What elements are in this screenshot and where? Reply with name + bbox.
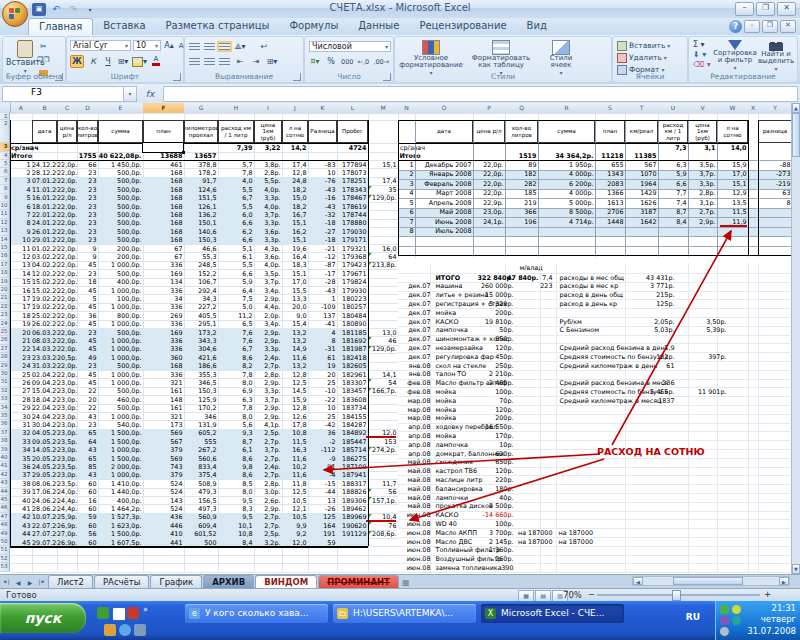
cell-H50[interactable]: 8,4 bbox=[218, 538, 254, 546]
cut-icon[interactable]: ✂ bbox=[37, 41, 50, 52]
cell-L20[interactable]: 179930 bbox=[337, 286, 368, 294]
exp-amount[interactable]: 19 810р. bbox=[440, 317, 515, 326]
row-header-45[interactable]: 45 bbox=[0, 496, 10, 504]
cell-A39[interactable]: 34 bbox=[10, 446, 33, 454]
cell-C7[interactable]: 22,0р. bbox=[57, 177, 77, 185]
cell-I41[interactable]: 2,4р. bbox=[254, 462, 282, 470]
cell-I29[interactable]: 2,7р. bbox=[254, 362, 282, 370]
rcell-V5[interactable]: 2,7р. bbox=[688, 208, 717, 218]
cell-J6[interactable]: 12,8 bbox=[282, 168, 308, 176]
cell-K36[interactable]: -42 bbox=[308, 420, 337, 428]
row-header-5[interactable]: 5 bbox=[0, 160, 10, 168]
cell-I21[interactable]: 2,9р. bbox=[254, 294, 282, 302]
cell-E17[interactable]: 1 000,0р. bbox=[98, 261, 143, 269]
cell-B10[interactable]: 18.01.2008 bbox=[32, 202, 57, 210]
cell-J7[interactable]: 24,8 bbox=[282, 177, 308, 185]
cell-H14[interactable]: 6,6 bbox=[218, 236, 254, 244]
cell-B26[interactable]: 08.03.2008 bbox=[32, 336, 57, 344]
cell-D23[interactable]: 36 bbox=[77, 311, 98, 319]
cell-E43[interactable]: 1 410,0р. bbox=[98, 479, 143, 487]
rcell-R6[interactable]: 4 714р. bbox=[538, 217, 595, 227]
cell-C38[interactable]: 23,5р. bbox=[57, 437, 77, 445]
exp-extra[interactable]: 7,4 bbox=[510, 273, 554, 282]
cell-K41[interactable]: 91 bbox=[308, 462, 337, 470]
cell-F17[interactable]: 336 bbox=[143, 261, 184, 269]
cell-C47[interactable]: 25,9р. bbox=[57, 513, 77, 521]
stat-value2[interactable]: 11 901р. bbox=[680, 387, 728, 396]
cell-K16[interactable]: -12 bbox=[308, 252, 337, 260]
cell-I27[interactable]: 3,3р. bbox=[254, 345, 282, 353]
cell-D44[interactable]: 60 bbox=[77, 488, 98, 496]
cell-H10[interactable]: 5,5 bbox=[218, 202, 254, 210]
cell-F12[interactable]: 168 bbox=[143, 219, 184, 227]
row-header-3[interactable]: 3 bbox=[0, 143, 10, 152]
taskbar-button-3[interactable]: Microsoft Excel - СЧЕ...X bbox=[481, 604, 624, 623]
cell-L28[interactable]: 182418 bbox=[337, 353, 368, 361]
cell-L7[interactable]: 178251 bbox=[337, 177, 368, 185]
right-avg-label[interactable]: ср/знач bbox=[398, 143, 473, 152]
cell-C19[interactable]: 22,0р. bbox=[57, 278, 77, 286]
cell-I25[interactable]: 2,9р. bbox=[254, 328, 282, 336]
cell-M25[interactable]: 13,0 bbox=[368, 328, 398, 336]
cell-B23[interactable]: 25.02.2008 bbox=[32, 311, 57, 319]
accounting-format-icon[interactable]: ¤▾ bbox=[309, 56, 321, 67]
cell-C36[interactable]: 23,0р. bbox=[57, 420, 77, 428]
cell-K20[interactable]: -43 bbox=[308, 286, 337, 294]
cell-K38[interactable]: -2 bbox=[308, 437, 337, 445]
cell-F10[interactable]: 168 bbox=[143, 202, 184, 210]
exp-month[interactable]: июн.08 bbox=[398, 528, 432, 537]
row-header-10[interactable]: 10 bbox=[0, 202, 10, 210]
cell-F9[interactable]: 168 bbox=[143, 194, 184, 202]
right-header-Q[interactable]: кол-во литров bbox=[505, 120, 538, 143]
cell-C24[interactable]: 22,0р. bbox=[57, 320, 77, 328]
cell-C23[interactable]: 22,0р. bbox=[57, 311, 77, 319]
cell-L32[interactable]: 183457 bbox=[337, 387, 368, 395]
exp-month[interactable]: апр.08 bbox=[398, 431, 432, 440]
cell-L14[interactable]: 179171 bbox=[337, 236, 368, 244]
cell-F15[interactable]: 67 bbox=[143, 244, 184, 252]
cell-D10[interactable]: 23 bbox=[77, 202, 98, 210]
cell-B13[interactable]: 26.01.2008 bbox=[32, 227, 57, 235]
rcell-T6[interactable]: 1642 bbox=[625, 217, 658, 227]
cell-D24[interactable]: 45 bbox=[77, 320, 98, 328]
cell-F28[interactable]: 360 bbox=[143, 353, 184, 361]
exp-amount[interactable]: 450р. bbox=[440, 352, 515, 361]
cell-J35[interactable]: 12,6 bbox=[282, 412, 308, 420]
cell-I45[interactable]: 2,6р. bbox=[254, 496, 282, 504]
cell-D41[interactable]: 85 bbox=[77, 462, 98, 470]
exp-month[interactable]: апр.08 bbox=[398, 440, 432, 449]
cell-M8[interactable]: 35 bbox=[368, 185, 398, 193]
cell-K42[interactable]: -4 bbox=[308, 471, 337, 479]
cell-A8[interactable]: 4 bbox=[10, 185, 33, 193]
rcell-O2[interactable]: Февраль 2008 bbox=[415, 179, 473, 189]
cell-G18[interactable]: 152,2 bbox=[184, 269, 218, 277]
cell-G13[interactable]: 140,6 bbox=[184, 227, 218, 235]
cell-I49[interactable]: 2,5р. bbox=[254, 530, 282, 538]
row-header-26[interactable]: 26 bbox=[0, 336, 10, 344]
stat-value1[interactable]: 5,03р. bbox=[620, 326, 676, 335]
cell-L47[interactable]: 189969 bbox=[337, 513, 368, 521]
cell-D33[interactable]: 20 bbox=[77, 395, 98, 403]
cell-L30[interactable]: 182961 bbox=[337, 370, 368, 378]
vertical-scroll-thumb[interactable] bbox=[792, 113, 800, 157]
cell-L33[interactable]: 183608 bbox=[337, 395, 368, 403]
copy-icon[interactable]: ❐❐ bbox=[37, 54, 50, 65]
cell-K29[interactable]: 19 bbox=[308, 362, 337, 370]
stat-value1[interactable]: 3 771р. bbox=[620, 282, 676, 291]
bold-button[interactable]: Ж bbox=[70, 55, 84, 68]
cell-A19[interactable]: 15 bbox=[10, 278, 33, 286]
cell-I19[interactable]: 3,7р. bbox=[254, 278, 282, 286]
exp-note[interactable]: на 187000 bbox=[557, 528, 607, 537]
exp-extra[interactable]: на 187000 bbox=[510, 528, 554, 537]
cell-M31[interactable]: 54 bbox=[368, 378, 398, 386]
cell-L24[interactable]: 180890 bbox=[337, 320, 368, 328]
exp-amount[interactable]: 3 700р. bbox=[440, 528, 515, 537]
cell-I6[interactable]: 2,8р. bbox=[254, 168, 282, 176]
rcell-V6[interactable]: 2,9р. bbox=[688, 217, 717, 227]
right-header-V[interactable]: цена 1км (руб) bbox=[688, 120, 717, 143]
exp-amount[interactable]: 1 360р. bbox=[440, 546, 515, 555]
quicklaunch-icon-6[interactable] bbox=[134, 624, 146, 636]
exp-amount[interactable]: 180р. bbox=[440, 484, 515, 493]
rcell-Q6[interactable]: 196 bbox=[505, 217, 538, 227]
rcell-U0[interactable]: 6,3 bbox=[658, 160, 688, 170]
